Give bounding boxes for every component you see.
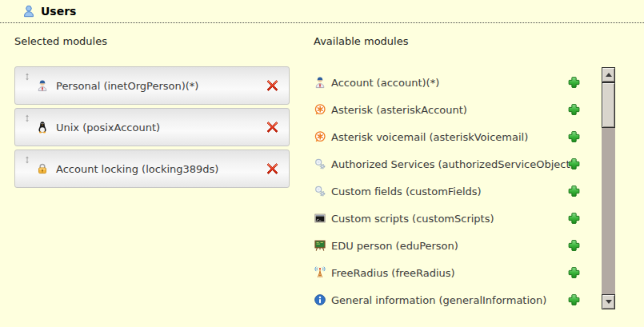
delete-icon — [266, 79, 279, 93]
module-label: Asterisk (asteriskAccount) — [331, 104, 467, 116]
scrollbar-thumb[interactable] — [602, 82, 615, 128]
available-modules-label: Available modules — [314, 35, 408, 47]
arrow-up-icon — [606, 73, 612, 77]
info-icon — [314, 293, 326, 306]
available-module-row: Asterisk (asteriskAccount) — [314, 96, 581, 123]
remove-module-button[interactable] — [266, 79, 279, 93]
page-header: Users — [0, 0, 644, 23]
module-label: Authorized Services (authorizedServiceOb… — [331, 158, 574, 170]
selected-modules-list: Personal (inetOrgPerson)(*) Unix (posixA… — [14, 66, 290, 191]
selected-module-row[interactable]: Personal (inetOrgPerson)(*) — [14, 66, 290, 105]
add-module-button[interactable] — [567, 239, 581, 253]
remove-module-button[interactable] — [266, 162, 279, 176]
available-module-row: Asterisk voicemail (asteriskVoicemail) — [314, 123, 581, 150]
antenna-icon — [314, 266, 326, 279]
module-label: Account (account)(*) — [331, 77, 439, 89]
drag-handle-icon[interactable] — [23, 156, 31, 164]
add-module-button[interactable] — [567, 103, 581, 117]
available-modules-list: Account (account)(*) Asterisk (asteriskA… — [314, 69, 581, 313]
available-module-row: Account (account)(*) — [314, 69, 581, 96]
add-icon — [567, 266, 581, 280]
add-icon — [567, 158, 581, 171]
tux-icon — [36, 121, 49, 134]
module-label: Account locking (locking389ds) — [56, 163, 218, 175]
add-module-button[interactable] — [567, 293, 581, 307]
module-label: FreeRadius (freeRadius) — [331, 267, 455, 279]
available-module-row: EDU person (eduPerson) — [314, 232, 581, 259]
asterisk-icon — [314, 103, 326, 116]
remove-module-button[interactable] — [266, 121, 279, 134]
module-label: Custom scripts (customScripts) — [331, 213, 494, 225]
module-label: Custom fields (customFields) — [331, 185, 482, 197]
available-module-row: General information (generalInformation) — [314, 286, 581, 313]
add-icon — [567, 130, 581, 144]
delete-icon — [266, 121, 279, 134]
gears-icon — [314, 158, 326, 170]
module-label: EDU person (eduPerson) — [331, 240, 458, 252]
scrollbar-up-button[interactable] — [602, 67, 615, 82]
users-icon — [22, 5, 35, 18]
add-icon — [567, 185, 581, 198]
module-selection-page: Users Selected modules Available modules… — [0, 0, 644, 327]
add-icon — [567, 76, 581, 90]
delete-icon — [266, 162, 279, 176]
add-module-button[interactable] — [567, 266, 581, 280]
add-icon — [567, 103, 581, 117]
add-icon — [567, 239, 581, 253]
available-module-row: Custom scripts (customScripts) — [314, 205, 581, 232]
available-module-row: Custom fields (customFields) — [314, 177, 581, 205]
scrollbar — [602, 67, 615, 309]
person-icon — [36, 79, 49, 92]
add-module-button[interactable] — [567, 158, 581, 171]
lock-icon — [36, 162, 49, 175]
module-label: Asterisk voicemail (asteriskVoicemail) — [331, 131, 528, 143]
person-icon — [314, 76, 326, 89]
gears-icon — [314, 185, 326, 197]
page-title: Users — [41, 5, 76, 18]
drag-handle-icon[interactable] — [23, 114, 31, 122]
add-icon — [567, 293, 581, 307]
add-module-button[interactable] — [567, 185, 581, 198]
selected-module-row[interactable]: Unix (posixAccount) — [14, 108, 290, 146]
asterisk-icon — [314, 130, 326, 143]
available-module-row: FreeRadius (freeRadius) — [314, 259, 581, 286]
selected-module-row[interactable]: Account locking (locking389ds) — [14, 150, 290, 188]
scrollbar-track[interactable] — [602, 128, 615, 294]
available-module-row: Authorized Services (authorizedServiceOb… — [314, 150, 581, 177]
module-label: Unix (posixAccount) — [56, 122, 160, 134]
add-module-button[interactable] — [567, 130, 581, 144]
selected-modules-label: Selected modules — [14, 35, 107, 47]
add-module-button[interactable] — [567, 76, 581, 90]
drag-handle-icon[interactable] — [23, 73, 31, 81]
add-icon — [567, 212, 581, 225]
scrollbar-down-button[interactable] — [602, 294, 615, 309]
arrow-down-icon — [606, 300, 612, 304]
module-label: Personal (inetOrgPerson)(*) — [56, 80, 198, 92]
chalkboard-icon — [314, 239, 326, 252]
module-label: General information (generalInformation) — [331, 294, 546, 306]
add-module-button[interactable] — [567, 212, 581, 225]
terminal-icon — [314, 212, 326, 225]
